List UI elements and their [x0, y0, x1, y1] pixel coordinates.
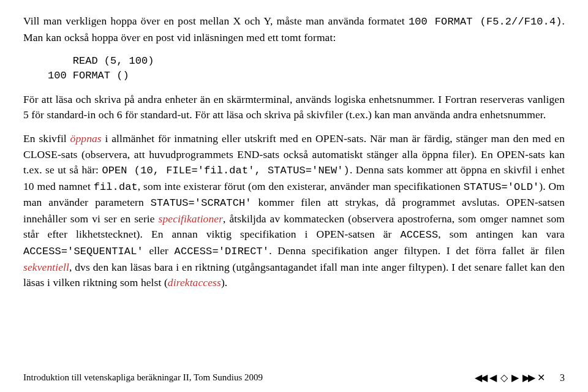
nav-controls: 3: [475, 372, 565, 383]
document-page: Vill man verkligen hoppa över en post me…: [0, 0, 588, 392]
page-number: 3: [560, 372, 565, 383]
nav-close-icon[interactable]: [537, 372, 545, 383]
nav-next-icon[interactable]: [511, 372, 519, 383]
text-segment: En skivfil: [23, 132, 70, 145]
inline-code: OPEN (10, FILE='fil.dat', STATUS='NEW'): [102, 165, 349, 176]
text-segment: , som antingen kan vara: [438, 228, 565, 240]
paragraph-3: En skivfil öppnas i allmänhet för inmatn…: [23, 131, 565, 290]
paragraph-2: För att läsa och skriva på andra enheter…: [23, 92, 565, 123]
inline-code: STATUS='OLD': [464, 181, 540, 193]
inline-code: ACCESS: [400, 229, 438, 241]
inline-code: ACCESS='SEQUENTIAL': [23, 246, 143, 257]
paragraph-1: Vill man verkligen hoppa över en post me…: [23, 13, 565, 45]
text-segment: eller: [143, 244, 175, 257]
inline-code: 100 FORMAT (F5.2//F10.4): [409, 16, 562, 28]
inline-code: fil.dat: [94, 181, 138, 193]
nav-last-icon[interactable]: [522, 372, 533, 383]
emphasis-term: sekventiell: [23, 261, 69, 273]
nav-prev-icon[interactable]: [489, 372, 497, 383]
text-segment: , dvs den kan läsas bara i en riktning (…: [23, 261, 565, 288]
inline-code: STATUS='SCRATCH': [151, 197, 252, 209]
emphasis-term: öppnas: [70, 132, 102, 145]
footer-title: Introduktion till vetenskapliga beräknin…: [23, 372, 263, 383]
text-segment: Vill man verkligen hoppa över en post me…: [23, 15, 409, 27]
code-block: READ (5, 100) 100 FORMAT (): [48, 54, 565, 83]
text-segment: , som inte existerar förut (om den exist…: [138, 180, 464, 192]
text-segment: För att läsa och skriva på andra enheter…: [23, 93, 565, 121]
inline-code: ACCESS='DIRECT': [175, 246, 270, 257]
nav-first-icon[interactable]: [475, 372, 486, 383]
text-segment: . Denna specifikation anger filtypen. I …: [269, 244, 565, 257]
page-footer: Introduktion till vetenskapliga beräknin…: [23, 372, 565, 383]
emphasis-term: specifikationer: [159, 213, 224, 225]
emphasis-term: direktaccess: [168, 276, 221, 288]
nav-home-icon[interactable]: [500, 372, 508, 383]
text-segment: ).: [221, 276, 227, 288]
